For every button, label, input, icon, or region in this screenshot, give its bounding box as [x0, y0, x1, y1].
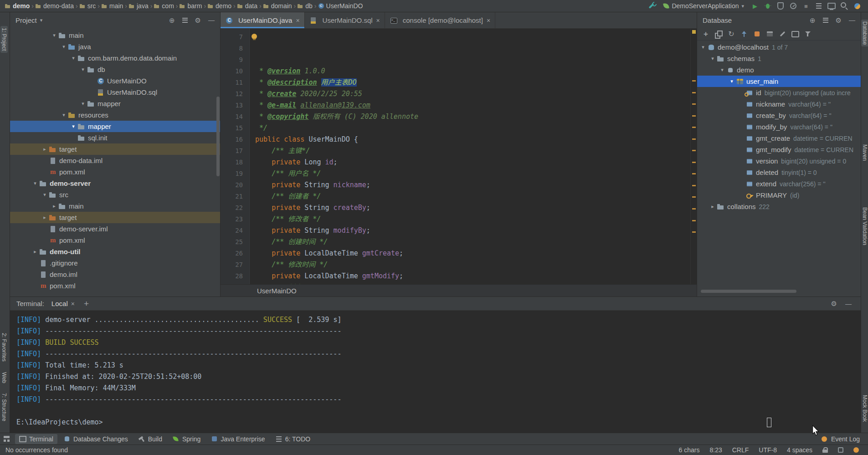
lock-icon[interactable] — [822, 447, 828, 453]
project-tree-item-java[interactable]: ▾java — [10, 41, 220, 52]
project-tree-item-gitignore[interactable]: .gitignore — [10, 257, 220, 269]
stripe-mark[interactable] — [692, 220, 696, 221]
run-configuration-select[interactable]: DemoServerApplication ▾ — [660, 1, 748, 10]
project-tree[interactable]: ▾main▾java▾com.barm.demo.data.domain▾dbU… — [10, 28, 220, 297]
chevron-down-icon[interactable]: ▾ — [718, 67, 726, 73]
chevron-down-icon[interactable]: ▾ — [50, 32, 58, 38]
toolwindow-button-build[interactable]: Build — [134, 434, 166, 444]
indicator-icon[interactable] — [838, 447, 843, 453]
breadcrumb-item-com[interactable]: com — [153, 2, 175, 10]
view-options-icon[interactable] — [182, 18, 188, 23]
gear-icon[interactable]: ⚙ — [836, 17, 842, 24]
stripe-mark[interactable] — [692, 115, 696, 117]
console-icon[interactable] — [789, 29, 801, 40]
search-icon[interactable] — [839, 0, 850, 11]
breadcrumb-item-demo[interactable]: demo — [206, 2, 233, 10]
terminal-output[interactable]: [INFO] demo-server .....................… — [10, 311, 861, 433]
stripe-mark[interactable] — [692, 208, 696, 210]
project-tree-item-demo-util[interactable]: ▸demo-util — [10, 246, 220, 257]
chevron-right-icon[interactable]: ▸ — [41, 215, 49, 220]
chevron-down-icon[interactable]: ▾ — [69, 55, 77, 61]
chevron-down-icon[interactable]: ▾ — [728, 78, 736, 84]
status-segment-utf-8[interactable]: UTF-8 — [759, 446, 777, 454]
tool-stripe-button-web[interactable]: Web — [0, 370, 8, 385]
hide-panel-icon[interactable]: — — [849, 16, 855, 24]
terminal-tab-local[interactable]: Local × — [49, 297, 77, 310]
database-tree-item-demo[interactable]: ▾demo — [697, 64, 861, 76]
database-tree-item-demo-localhost[interactable]: ▾demo@localhost1 of 7 — [697, 41, 861, 53]
tool-stripe-button-1-project[interactable]: 1: Project — [0, 26, 8, 53]
edit-icon[interactable] — [776, 29, 788, 40]
stripe-mark[interactable] — [692, 103, 696, 105]
breadcrumb-item-domain[interactable]: domain — [262, 2, 293, 10]
table-view-icon[interactable] — [764, 29, 776, 40]
locate-icon[interactable]: ⊕ — [169, 17, 175, 24]
gear-icon[interactable]: ⚙ — [195, 17, 201, 24]
project-tree-item-src[interactable]: ▾src — [10, 189, 220, 200]
chevron-down-icon[interactable]: ▾ — [60, 44, 68, 50]
tool-stripe-button-maven[interactable]: Maven — [861, 143, 868, 163]
plus-icon[interactable] — [700, 29, 712, 40]
project-tree-item-pom-xml[interactable]: pom.xml — [10, 235, 220, 246]
screen-icon[interactable] — [826, 0, 837, 11]
profiler-button[interactable] — [788, 0, 799, 11]
stop-orange-icon[interactable] — [751, 29, 763, 40]
project-tree-item-usermaindo-sql[interactable]: UserMainDO.sql — [10, 87, 220, 98]
close-icon[interactable]: × — [376, 17, 380, 24]
tool-stripe-button-database[interactable]: Database — [861, 20, 868, 46]
project-tree-item-sql-init[interactable]: sql.init — [10, 132, 220, 143]
status-segment-crlf[interactable]: CRLF — [732, 446, 749, 454]
close-icon[interactable]: × — [71, 300, 75, 307]
status-segment-8-23[interactable]: 8:23 — [709, 446, 722, 454]
breadcrumb-item-usermaindo[interactable]: UserMainDO — [317, 2, 365, 10]
new-terminal-button[interactable]: + — [82, 299, 91, 309]
toolwindow-button-java-enterprise[interactable]: Java Enterprise — [206, 434, 269, 444]
toolwindow-button-database-changes[interactable]: Database Changes — [59, 434, 132, 444]
database-tree-item-primary[interactable]: PRIMARY(id) — [697, 189, 861, 201]
wrench-icon[interactable] — [647, 0, 658, 11]
tool-stripe-button-2-favorites[interactable]: 2: Favorites — [0, 331, 8, 363]
project-tree-item-demo-server-iml[interactable]: demo-server.iml — [10, 223, 220, 235]
breadcrumb-item-demo-data[interactable]: demo-data — [34, 2, 75, 10]
notification-icon[interactable] — [853, 447, 859, 453]
project-tree-item-pom-xml[interactable]: pom.xml — [10, 280, 220, 291]
database-tree-item-create-by[interactable]: create_byvarchar(64) = '' — [697, 110, 861, 121]
intention-bulb-icon[interactable] — [252, 34, 257, 39]
project-tree-item-pom-xml[interactable]: pom.xml — [10, 166, 220, 178]
status-segment-6-chars[interactable]: 6 chars — [679, 446, 700, 454]
project-tree-item-target[interactable]: ▸target — [10, 143, 220, 155]
hide-panel-icon[interactable]: — — [845, 300, 852, 307]
project-tree-item-target[interactable]: ▸target — [10, 212, 220, 223]
chevron-down-icon[interactable]: ▾ — [79, 101, 87, 107]
project-tree-item-demo-server[interactable]: ▾demo-server — [10, 178, 220, 189]
toolwindow-button-spring[interactable]: Spring — [168, 434, 205, 444]
tool-stripe-button-bean-validation[interactable]: Bean Validation — [861, 205, 868, 247]
code-area[interactable]: * @version 1.0.0 * @description 用户主表DO *… — [250, 29, 690, 284]
project-tree-item-mapper[interactable]: ▾mapper — [10, 98, 220, 109]
database-tree-item-gmt-modify[interactable]: gmt_modifydatetime = CURREN — [697, 144, 861, 155]
chevron-right-icon[interactable]: ▸ — [709, 204, 717, 210]
stripe-mark[interactable] — [692, 231, 696, 233]
locate-icon[interactable]: ⊕ — [810, 17, 816, 24]
updates-icon[interactable] — [852, 0, 863, 11]
scrollbar-thumb[interactable] — [216, 97, 220, 176]
project-tree-item-demo-data-iml[interactable]: demo-data.iml — [10, 155, 220, 166]
database-tree-item-version[interactable]: versionbigint(20) unsigned = 0 — [697, 155, 861, 167]
project-tree-item-db[interactable]: ▾db — [10, 64, 220, 75]
hide-panel-icon[interactable]: — — [208, 16, 215, 24]
chevron-down-icon[interactable]: ▾ — [69, 123, 77, 129]
filter-icon[interactable] — [802, 29, 814, 40]
stripe-mark[interactable] — [692, 196, 696, 198]
close-icon[interactable]: × — [296, 17, 299, 24]
project-tree-item-main[interactable]: ▸main — [10, 200, 220, 212]
stripe-mark[interactable] — [692, 80, 696, 82]
database-tree-item-deleted[interactable]: deletedtinyint(1) = 0 — [697, 167, 861, 178]
tool-windows-widget-icon[interactable] — [4, 436, 10, 442]
sync-icon[interactable] — [725, 29, 737, 40]
chevron-down-icon[interactable]: ▾ — [40, 17, 43, 23]
editor-breadcrumb[interactable]: UserMainDO — [221, 284, 697, 297]
editor[interactable]: 7891011121314151617181920212223242526272… — [221, 29, 697, 284]
toolwindow-button-6-todo[interactable]: 6: TODO — [271, 434, 315, 444]
project-tree-item-usermaindo[interactable]: UserMainDO — [10, 75, 220, 87]
breadcrumb-item-barm[interactable]: barm — [178, 2, 203, 10]
